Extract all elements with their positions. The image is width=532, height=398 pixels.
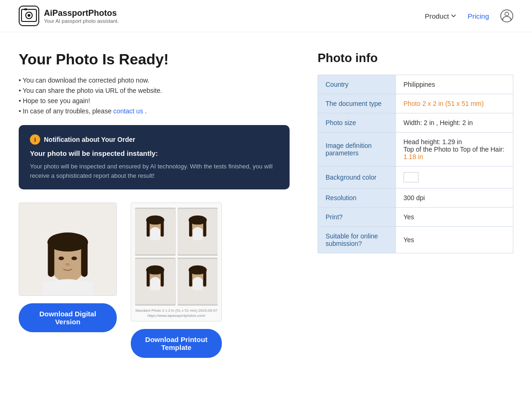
table-value: Photo 2 x 2 in (51 x 51 mm) <box>396 94 513 113</box>
table-row: The document type Photo 2 x 2 in (51 x 5… <box>318 94 513 113</box>
table-row: Image definition parameters Head height:… <box>318 133 513 167</box>
svg-point-6 <box>505 12 509 16</box>
svg-rect-45 <box>203 269 206 286</box>
page-title: Your Photo Is Ready! <box>19 51 290 68</box>
svg-rect-44 <box>189 269 192 286</box>
photo-info-title: Photo info <box>318 51 513 65</box>
photo-cell-1 <box>135 208 176 256</box>
logo-icon <box>19 6 39 26</box>
table-label: Suitable for online submission? <box>318 227 396 253</box>
right-panel: Photo info Country Philippines The docum… <box>318 51 513 367</box>
svg-rect-23 <box>147 219 149 237</box>
table-row: Background color <box>318 167 513 189</box>
svg-rect-31 <box>203 219 206 237</box>
table-row: Suitable for online submission? Yes <box>318 227 513 253</box>
svg-rect-24 <box>161 219 163 237</box>
info-icon: i <box>30 134 40 145</box>
photo-cell-3 <box>135 258 176 306</box>
background-color-swatch <box>404 172 419 182</box>
bullet-3: Hope to see you again! <box>19 97 290 105</box>
table-label: Image definition parameters <box>318 133 396 167</box>
download-printout-button[interactable]: Download Printout Template <box>131 329 222 358</box>
notification-body: Your photo will be inspected and ensured… <box>30 162 278 180</box>
svg-point-3 <box>28 14 30 17</box>
table-label: Photo size <box>318 113 396 133</box>
photo-cell-4 <box>177 258 218 306</box>
photo-info-table: Country Philippines The document type Ph… <box>318 75 513 253</box>
table-row: Resolution 300 dpi <box>318 189 513 208</box>
svg-rect-38 <box>161 269 163 286</box>
table-value: Head height: 1.29 in Top of the Photo to… <box>396 133 513 167</box>
table-row: Print? Yes <box>318 208 513 227</box>
printout-sheet: Standard Photo 2 x 2 in (51 x 51 mm) 202… <box>131 202 222 321</box>
nav-product[interactable]: Product <box>425 12 456 20</box>
table-label: Country <box>318 75 396 94</box>
passport-photo-single <box>19 203 116 295</box>
header: AiPassportPhotos Your AI passport photo … <box>0 0 532 32</box>
user-icon[interactable] <box>500 9 513 22</box>
svg-rect-40 <box>150 280 160 290</box>
bullet-2: You can share the photo via URL of the w… <box>19 87 290 94</box>
svg-rect-19 <box>43 281 93 295</box>
svg-rect-33 <box>192 230 203 240</box>
nav-pricing[interactable]: Pricing <box>468 12 489 20</box>
table-label: Background color <box>318 167 396 189</box>
svg-rect-4 <box>24 8 27 10</box>
notification-subtitle: Your photo will be inspected instantly: <box>30 149 278 157</box>
table-label: The document type <box>318 94 396 113</box>
logo-subtitle: Your AI passport photo assistant. <box>44 18 119 24</box>
table-row: Country Philippines <box>318 75 513 94</box>
chevron-down-icon <box>451 13 456 19</box>
svg-rect-26 <box>150 230 160 240</box>
notification-header: i Notification about Your Order <box>30 134 278 145</box>
svg-point-15 <box>58 257 64 260</box>
bullet-list: You can download the corrected photo now… <box>19 77 290 115</box>
bullet-1: You can download the corrected photo now… <box>19 77 290 84</box>
table-value: Width: 2 in , Height: 2 in <box>396 113 513 133</box>
logo-title: AiPassportPhotos <box>44 8 119 18</box>
bullet-4: In case of any troubles, please contact … <box>19 107 290 115</box>
table-row: Photo size Width: 2 in , Height: 2 in <box>318 113 513 133</box>
svg-point-16 <box>71 257 77 260</box>
notification-box: i Notification about Your Order Your pho… <box>19 125 290 189</box>
contact-link[interactable]: contact us <box>113 107 143 115</box>
table-value: Yes <box>396 227 513 253</box>
table-value <box>396 167 513 189</box>
svg-rect-47 <box>192 280 203 290</box>
left-panel: Your Photo Is Ready! You can download th… <box>19 51 290 367</box>
logo: AiPassportPhotos Your AI passport photo … <box>19 6 119 26</box>
navigation: Product Pricing <box>425 9 513 22</box>
sheet-label: Standard Photo 2 x 2 in (51 x 51 mm) 202… <box>135 308 217 318</box>
svg-rect-37 <box>147 269 149 286</box>
main-content: Your Photo Is Ready! You can download th… <box>0 32 532 386</box>
download-digital-button[interactable]: Download Digital Version <box>19 303 117 332</box>
photo-cell-2 <box>177 208 218 256</box>
notification-title: Notification about Your Order <box>44 136 135 143</box>
photos-row: Download Digital Version <box>19 202 290 358</box>
svg-point-17 <box>65 263 70 266</box>
table-value: 300 dpi <box>396 189 513 208</box>
svg-rect-30 <box>189 219 192 237</box>
table-value: Yes <box>396 208 513 227</box>
svg-point-14 <box>48 232 87 249</box>
single-photo <box>19 202 117 296</box>
photo-grid <box>135 208 218 306</box>
table-value: Philippines <box>396 75 513 94</box>
table-label: Print? <box>318 208 396 227</box>
table-label: Resolution <box>318 189 396 208</box>
